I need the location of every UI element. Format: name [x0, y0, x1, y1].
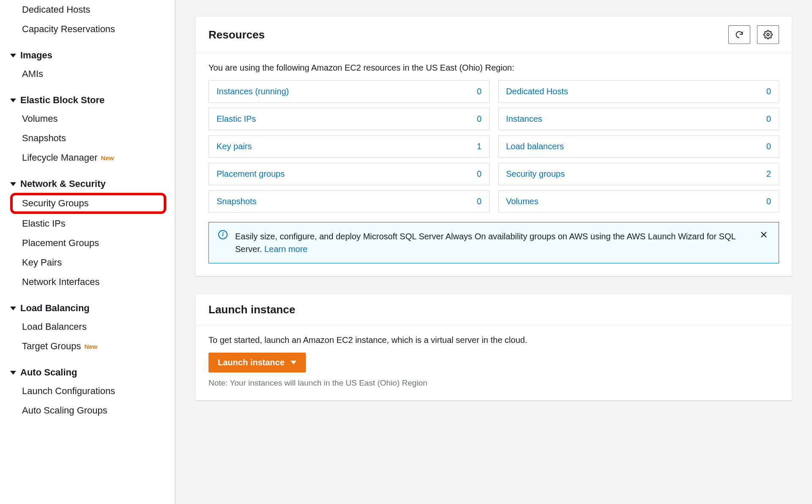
sidebar-section-images[interactable]: Images — [10, 50, 166, 61]
sidebar-item-auto-scaling-groups[interactable]: Auto Scaling Groups — [10, 401, 166, 420]
tile-label: Instances (running) — [217, 87, 289, 96]
new-badge: New — [101, 154, 114, 162]
close-icon — [760, 231, 768, 238]
gear-icon — [763, 30, 773, 39]
tile-load-balancers[interactable]: Load balancers 0 — [498, 135, 779, 158]
info-message: Easily size, configure, and deploy Micro… — [235, 230, 751, 255]
tile-label: Load balancers — [506, 142, 564, 151]
sidebar-item-label: Lifecycle Manager — [22, 152, 98, 163]
caret-down-icon — [10, 99, 16, 102]
main-content: Resources You are using the following Am… — [176, 0, 812, 504]
sidebar-item-dedicated-hosts[interactable]: Dedicated Hosts — [10, 0, 166, 19]
resources-title: Resources — [208, 28, 265, 41]
tile-label: Volumes — [506, 197, 539, 206]
info-text: Easily size, configure, and deploy Micro… — [235, 232, 735, 254]
sidebar-section-label: Auto Scaling — [20, 367, 77, 378]
caret-down-icon — [10, 307, 16, 310]
settings-button[interactable] — [757, 25, 779, 44]
sidebar-section-auto-scaling[interactable]: Auto Scaling — [10, 367, 166, 378]
resources-panel-body: You are using the following Amazon EC2 r… — [196, 53, 792, 276]
caret-down-icon — [291, 361, 296, 364]
ec2-sidebar: Dedicated Hosts Capacity Reservations Im… — [0, 0, 176, 504]
tile-count: 1 — [477, 142, 481, 151]
sidebar-section-network-security[interactable]: Network & Security — [10, 178, 166, 189]
sidebar-item-target-groups[interactable]: Target Groups New — [10, 337, 166, 356]
tile-count: 0 — [477, 87, 481, 96]
tile-label: Instances — [506, 114, 543, 124]
tile-count: 0 — [766, 197, 771, 206]
sidebar-item-security-groups[interactable]: Security Groups — [10, 193, 166, 214]
launch-panel: Launch instance To get started, launch a… — [196, 295, 792, 400]
sidebar-item-capacity-reservations[interactable]: Capacity Reservations — [10, 19, 166, 39]
tile-placement-groups[interactable]: Placement groups 0 — [208, 163, 490, 185]
resources-intro: You are using the following Amazon EC2 r… — [208, 63, 779, 73]
launch-instance-button[interactable]: Launch instance — [208, 353, 306, 373]
resources-actions — [728, 25, 779, 44]
sidebar-item-load-balancers[interactable]: Load Balancers — [10, 317, 166, 337]
tile-count: 0 — [766, 114, 771, 124]
sidebar-item-label: Snapshots — [22, 133, 66, 144]
sidebar-item-placement-groups[interactable]: Placement Groups — [10, 233, 166, 253]
sidebar-item-label: Auto Scaling Groups — [22, 405, 107, 416]
tile-volumes[interactable]: Volumes 0 — [498, 190, 779, 213]
tile-key-pairs[interactable]: Key pairs 1 — [208, 135, 490, 158]
sidebar-section-label: Images — [20, 50, 52, 61]
tile-instances-running[interactable]: Instances (running) 0 — [208, 80, 490, 103]
sidebar-item-amis[interactable]: AMIs — [10, 64, 166, 84]
tile-label: Elastic IPs — [217, 114, 256, 124]
sidebar-item-label: Target Groups — [22, 341, 81, 352]
sidebar-item-network-interfaces[interactable]: Network Interfaces — [10, 272, 166, 292]
launch-panel-body: To get started, launch an Amazon EC2 ins… — [196, 325, 792, 400]
sidebar-section-ebs[interactable]: Elastic Block Store — [10, 95, 166, 106]
resources-panel-header: Resources — [196, 17, 792, 53]
sidebar-item-label: Load Balancers — [22, 321, 87, 332]
sidebar-item-label: Capacity Reservations — [22, 24, 115, 35]
launch-title: Launch instance — [208, 303, 295, 316]
tile-security-groups[interactable]: Security groups 2 — [498, 163, 779, 185]
sidebar-item-label: Launch Configurations — [22, 386, 115, 397]
sidebar-item-label: Placement Groups — [22, 238, 99, 249]
sidebar-section-label: Network & Security — [20, 178, 106, 189]
tile-count: 0 — [477, 169, 481, 179]
sidebar-item-label: Elastic IPs — [22, 218, 66, 229]
info-learn-more-link[interactable]: Learn more — [264, 244, 307, 254]
tile-count: 0 — [766, 142, 771, 151]
info-banner: i Easily size, configure, and deploy Mic… — [208, 222, 779, 263]
tile-count: 0 — [766, 87, 771, 96]
launch-text: To get started, launch an Amazon EC2 ins… — [208, 335, 779, 345]
tile-snapshots[interactable]: Snapshots 0 — [208, 190, 490, 213]
launch-panel-header: Launch instance — [196, 295, 792, 325]
info-close-button[interactable] — [758, 230, 769, 241]
sidebar-item-snapshots[interactable]: Snapshots — [10, 129, 166, 148]
sidebar-item-lifecycle-manager[interactable]: Lifecycle Manager New — [10, 148, 166, 167]
caret-down-icon — [10, 371, 16, 375]
tile-count: 0 — [477, 114, 481, 124]
tile-count: 2 — [766, 169, 771, 179]
svg-point-0 — [767, 33, 769, 36]
tile-label: Placement groups — [217, 169, 285, 179]
sidebar-section-label: Load Balancing — [20, 303, 90, 314]
tile-instances[interactable]: Instances 0 — [498, 108, 779, 130]
tile-label: Key pairs — [217, 142, 252, 151]
resource-tiles: Instances (running) 0 Dedicated Hosts 0 … — [208, 80, 779, 213]
info-icon: i — [218, 230, 228, 239]
sidebar-item-elastic-ips[interactable]: Elastic IPs — [10, 214, 166, 233]
sidebar-item-volumes[interactable]: Volumes — [10, 109, 166, 129]
sidebar-item-label: AMIs — [22, 68, 43, 79]
refresh-icon — [735, 30, 744, 39]
new-badge: New — [84, 343, 97, 350]
launch-note: Note: Your instances will launch in the … — [208, 378, 779, 388]
sidebar-item-label: Network Interfaces — [22, 277, 99, 288]
tile-dedicated-hosts[interactable]: Dedicated Hosts 0 — [498, 80, 779, 103]
tile-label: Security groups — [506, 169, 565, 179]
resources-panel: Resources You are using the following Am… — [196, 17, 792, 276]
sidebar-item-key-pairs[interactable]: Key Pairs — [10, 253, 166, 272]
sidebar-item-label: Security Groups — [22, 198, 89, 209]
sidebar-item-label: Key Pairs — [22, 257, 62, 268]
refresh-button[interactable] — [728, 25, 750, 44]
sidebar-item-launch-configurations[interactable]: Launch Configurations — [10, 381, 166, 401]
caret-down-icon — [10, 54, 16, 58]
sidebar-item-label: Volumes — [22, 113, 58, 124]
tile-elastic-ips[interactable]: Elastic IPs 0 — [208, 108, 490, 130]
sidebar-section-load-balancing[interactable]: Load Balancing — [10, 303, 166, 314]
